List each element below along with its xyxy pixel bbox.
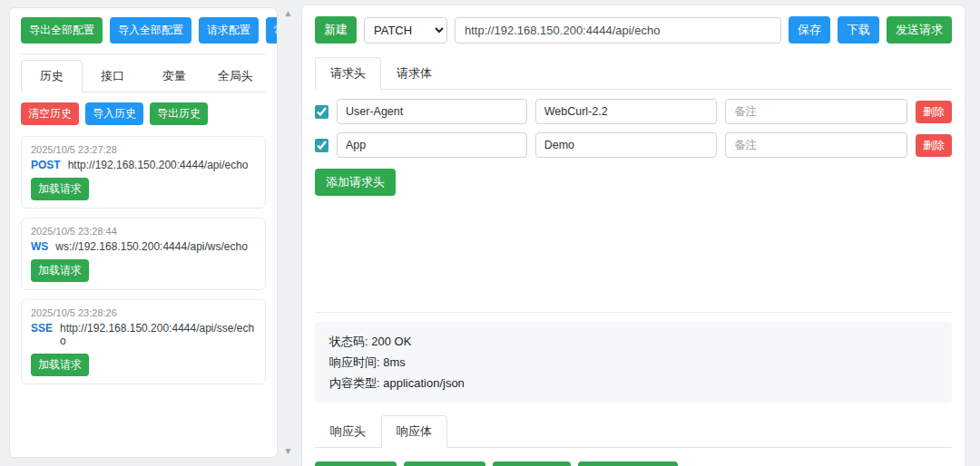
history-method-badge: WS bbox=[31, 240, 48, 253]
copy-response-button[interactable]: 复制响应内容 bbox=[315, 461, 397, 466]
history-timestamp: 2025/10/5 23:27:28 bbox=[31, 144, 256, 155]
tab-request-body[interactable]: 请求体 bbox=[381, 57, 447, 90]
load-request-button[interactable]: 加载请求 bbox=[31, 178, 89, 200]
tab-variables[interactable]: 变量 bbox=[143, 60, 205, 92]
delete-header-button[interactable]: 删除 bbox=[916, 101, 952, 123]
load-request-button[interactable]: 加载请求 bbox=[31, 259, 89, 282]
clear-history-button[interactable]: 清空历史 bbox=[21, 102, 79, 125]
send-request-button[interactable]: 发送请求 bbox=[887, 16, 952, 44]
request-config-button[interactable]: 请求配置 bbox=[199, 17, 259, 44]
export-all-config-button[interactable]: 导出全部配置 bbox=[21, 17, 103, 44]
save-button[interactable]: 保存 bbox=[789, 16, 830, 44]
history-method-badge: POST bbox=[31, 159, 61, 171]
copy-formatted-json-button[interactable]: 复制格式化JSON bbox=[578, 461, 678, 466]
common-tools-button[interactable]: 常用工具 bbox=[266, 17, 278, 44]
header-name-input[interactable] bbox=[337, 132, 527, 158]
response-status-box: 状态码: 200 OK 响应时间: 8ms 内容类型: application/… bbox=[315, 322, 952, 403]
history-list: 2025/10/5 23:27:28 POST http://192.168.1… bbox=[21, 136, 266, 384]
delete-header-button[interactable]: 删除 bbox=[916, 134, 952, 157]
export-history-button[interactable]: 导出历史 bbox=[150, 102, 208, 125]
history-method-badge: SSE bbox=[31, 322, 53, 335]
header-enabled-checkbox[interactable] bbox=[315, 105, 328, 119]
history-item[interactable]: 2025/10/5 23:27:28 POST http://192.168.1… bbox=[21, 136, 266, 209]
history-url: http://192.168.150.200:4444/api/sse/echo bbox=[60, 322, 256, 347]
import-history-button[interactable]: 导入历史 bbox=[85, 102, 143, 125]
tab-interfaces[interactable]: 接口 bbox=[83, 60, 144, 92]
tab-request-headers[interactable]: 请求头 bbox=[315, 57, 381, 90]
history-timestamp: 2025/10/5 23:28:26 bbox=[31, 307, 256, 318]
response-divider bbox=[315, 312, 952, 313]
method-select[interactable]: PATCH bbox=[364, 17, 447, 44]
header-name-input[interactable] bbox=[337, 99, 527, 124]
header-value-input[interactable] bbox=[535, 132, 718, 158]
tab-global-headers[interactable]: 全局头 bbox=[205, 60, 267, 92]
header-value-input[interactable] bbox=[535, 99, 718, 124]
response-actions-row: 复制响应内容 清空响应内容 格式化JSON 复制格式化JSON bbox=[315, 461, 952, 466]
sidebar-tabbar: 历史 接口 变量 全局头 bbox=[21, 60, 266, 92]
history-url: http://192.168.150.200:4444/api/echo bbox=[68, 159, 249, 171]
status-code-line: 状态码: 200 OK bbox=[329, 332, 937, 353]
response-time-line: 响应时间: 8ms bbox=[329, 353, 937, 374]
config-button-row: 导出全部配置 导入全部配置 请求配置 常用工具 bbox=[21, 17, 266, 44]
scroll-up-icon[interactable]: ▲ bbox=[280, 9, 296, 18]
import-all-config-button[interactable]: 导入全部配置 bbox=[110, 17, 191, 44]
content-type-line: 内容类型: application/json bbox=[329, 374, 937, 394]
history-url: ws://192.168.150.200:4444/api/ws/echo bbox=[55, 240, 248, 253]
tab-response-headers[interactable]: 响应头 bbox=[315, 415, 381, 448]
header-note-input[interactable] bbox=[725, 132, 907, 158]
main-panel: 新建 PATCH 保存 下载 发送请求 请求头 请求体 删除 删除 添加请求头 bbox=[301, 5, 965, 466]
history-actions-row: 清空历史 导入历史 导出历史 bbox=[21, 102, 266, 125]
url-input[interactable] bbox=[455, 17, 781, 44]
tab-response-body[interactable]: 响应体 bbox=[381, 415, 447, 448]
sidebar-panel: 导出全部配置 导入全部配置 请求配置 常用工具 历史 接口 变量 全局头 清空历… bbox=[9, 7, 278, 458]
format-json-button[interactable]: 格式化JSON bbox=[493, 461, 571, 466]
download-button[interactable]: 下载 bbox=[838, 16, 879, 44]
response-tabbar: 响应头 响应体 bbox=[315, 415, 952, 448]
request-tabbar: 请求头 请求体 bbox=[315, 57, 952, 90]
header-row: 删除 bbox=[315, 132, 952, 158]
clear-response-button[interactable]: 清空响应内容 bbox=[404, 461, 485, 466]
history-timestamp: 2025/10/5 23:28:44 bbox=[31, 226, 256, 237]
scroll-down-icon[interactable]: ▼ bbox=[280, 447, 296, 456]
header-enabled-checkbox[interactable] bbox=[315, 139, 328, 152]
request-bar: 新建 PATCH 保存 下载 发送请求 bbox=[315, 16, 952, 44]
history-item[interactable]: 2025/10/5 23:28:44 WS ws://192.168.150.2… bbox=[21, 218, 266, 290]
add-header-button[interactable]: 添加请求头 bbox=[315, 169, 396, 196]
new-request-button[interactable]: 新建 bbox=[315, 16, 357, 44]
sidebar-scrollbar[interactable]: ▲ ▼ bbox=[280, 7, 296, 458]
sidebar-divider bbox=[21, 53, 266, 54]
header-row: 删除 bbox=[315, 99, 952, 124]
load-request-button[interactable]: 加载请求 bbox=[31, 354, 89, 376]
header-note-input[interactable] bbox=[725, 99, 907, 124]
request-headers-editor: 删除 删除 bbox=[315, 99, 952, 158]
empty-space bbox=[315, 196, 952, 306]
tab-history[interactable]: 历史 bbox=[21, 60, 83, 92]
history-item[interactable]: 2025/10/5 23:28:26 SSE http://192.168.15… bbox=[21, 299, 266, 384]
